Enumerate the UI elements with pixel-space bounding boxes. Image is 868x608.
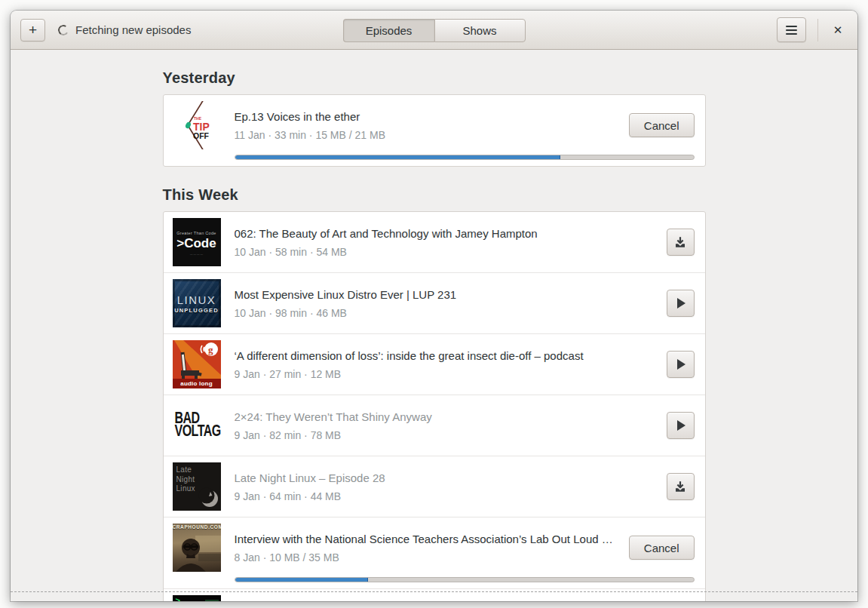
- episode-info: Ep.13 Voices in the ether11 Jan · 33 min…: [235, 110, 615, 141]
- play-icon: [677, 420, 686, 431]
- close-window-button[interactable]: ✕: [828, 20, 848, 40]
- episode-info: Most Expensive Linux Distro Ever | LUP 2…: [235, 288, 653, 319]
- download-button[interactable]: [667, 229, 695, 256]
- episode-row[interactable]: Greater Than Code >Code — — — —062: The …: [164, 212, 705, 272]
- download-progress-fill: [235, 155, 561, 159]
- cancel-download-button[interactable]: Cancel: [629, 113, 695, 137]
- app-window: + Fetching new episodes Episodes Shows ✕…: [11, 11, 857, 601]
- header-right-controls: ✕: [777, 17, 848, 42]
- show-cover-art: THE TIP OFF: [173, 101, 221, 149]
- play-button[interactable]: [667, 351, 695, 378]
- episode-row[interactable]: CRAPHOUND.COMInterview with the National…: [164, 517, 705, 588]
- show-cover-art: CRAPHOUND.COM: [173, 524, 221, 572]
- episode-meta: 9 Jan · 27 min · 12 MB: [235, 368, 653, 380]
- episode-info: Late Night Linux – Episode 289 Jan · 64 …: [235, 471, 653, 502]
- show-cover-art: g audio long reads: [173, 340, 221, 388]
- episode-info: ‘A different dimension of loss’: inside …: [235, 349, 653, 380]
- episodes-column: Yesterday THE TIP OFF Ep.13 Voices in th…: [163, 69, 706, 601]
- download-progress-bar: [235, 577, 695, 582]
- section-title: Yesterday: [163, 69, 706, 87]
- episode-meta: 9 Jan · 82 min · 78 MB: [235, 429, 653, 441]
- episode-meta: 8 Jan · 10 MB / 35 MB: [235, 551, 615, 563]
- episode-row[interactable]: g audio long reads‘A different dimension…: [164, 333, 705, 395]
- header-bar: + Fetching new episodes Episodes Shows ✕: [11, 11, 857, 50]
- episodes-scroll-area[interactable]: Yesterday THE TIP OFF Ep.13 Voices in th…: [11, 50, 857, 601]
- episode-meta: 11 Jan · 33 min · 15 MB / 21 MB: [235, 129, 615, 141]
- episode-info: 2×24: They Weren’t That Shiny Anyway9 Ja…: [235, 410, 653, 441]
- episode-info: 062: The Beauty of Art and Technology wi…: [235, 227, 653, 258]
- episode-title: 2×24: They Weren’t That Shiny Anyway: [235, 410, 653, 423]
- tab-episodes[interactable]: Episodes: [343, 19, 434, 42]
- loading-spinner-icon: [57, 23, 70, 36]
- svg-text:OFF: OFF: [193, 131, 210, 140]
- scroll-undershoot-indicator: [11, 591, 857, 592]
- show-cover-art: LINUXUNPLUGGED: [173, 279, 221, 327]
- tab-shows[interactable]: Shows: [434, 19, 526, 42]
- episodes-card: Greater Than Code >Code — — — —062: The …: [163, 211, 706, 601]
- download-icon: [674, 236, 686, 248]
- episode-meta: 9 Jan · 64 min · 44 MB: [235, 490, 653, 502]
- download-progress-bar: [235, 155, 695, 160]
- show-cover-art: Greater Than Code >Code — — — —: [173, 218, 221, 266]
- cancel-download-button[interactable]: Cancel: [629, 536, 695, 560]
- episode-title: 062: The Beauty of Art and Technology wi…: [235, 227, 653, 240]
- download-icon: [674, 481, 686, 493]
- episode-row[interactable]: > IRL Bot or Not: [164, 588, 705, 601]
- download-progress-fill: [235, 578, 368, 582]
- episode-meta: 10 Jan · 98 min · 46 MB: [235, 307, 653, 319]
- episode-info: Interview with the National Science Teac…: [235, 533, 615, 563]
- play-icon: [677, 298, 686, 309]
- episode-title: Late Night Linux – Episode 28: [235, 471, 653, 484]
- hamburger-icon: [786, 26, 797, 35]
- play-button[interactable]: [667, 290, 695, 317]
- episode-row[interactable]: LateNightLinux Late Night Linux – Episod…: [164, 456, 705, 517]
- show-cover-art: BADVOLTAGE: [173, 401, 221, 450]
- play-button[interactable]: [667, 412, 695, 439]
- episode-row[interactable]: LINUXUNPLUGGEDMost Expensive Linux Distr…: [164, 272, 705, 333]
- show-cover-art: LateNightLinux: [173, 462, 221, 511]
- episode-title: ‘A different dimension of loss’: inside …: [235, 349, 653, 362]
- menu-button[interactable]: [777, 17, 806, 42]
- episode-title: Most Expensive Linux Distro Ever | LUP 2…: [235, 288, 653, 301]
- add-podcast-button[interactable]: +: [20, 19, 45, 41]
- episode-title: Ep.13 Voices in the ether: [235, 110, 615, 123]
- play-icon: [677, 359, 686, 370]
- svg-text:g: g: [208, 344, 213, 355]
- episode-title: Interview with the National Science Teac…: [235, 533, 615, 545]
- header-separator: [817, 19, 818, 41]
- section-title: This Week: [163, 186, 706, 204]
- view-switcher: Episodes Shows: [343, 19, 526, 42]
- episodes-card: THE TIP OFF Ep.13 Voices in the ether11 …: [163, 94, 706, 167]
- episode-row[interactable]: THE TIP OFF Ep.13 Voices in the ether11 …: [164, 95, 705, 166]
- episode-meta: 10 Jan · 58 min · 54 MB: [235, 246, 653, 258]
- close-icon: ✕: [833, 23, 843, 37]
- status-text: Fetching new episodes: [75, 23, 191, 36]
- episode-row[interactable]: BADVOLTAGE2×24: They Weren’t That Shiny …: [164, 395, 705, 456]
- download-button[interactable]: [667, 473, 695, 500]
- show-cover-art: > IRL: [173, 595, 221, 601]
